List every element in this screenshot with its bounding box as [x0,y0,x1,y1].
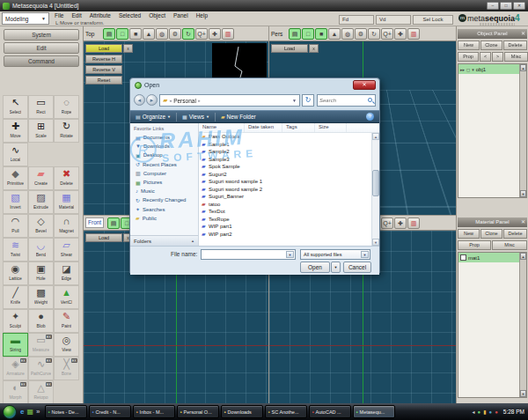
forward-button[interactable]: ► [146,94,158,106]
object-panel-button[interactable]: Delete [503,41,527,50]
window-control-button[interactable]: ✕ [513,2,525,10]
taskbar-button[interactable]: ▪ AutoCAD ... [309,405,351,418]
close-icon[interactable]: ✕ [521,217,525,227]
favorite-link[interactable]: ✦ Searches [130,205,198,214]
tool-button[interactable]: ◌ Rope [54,95,79,119]
bg-option-button[interactable]: Reverse V [85,65,122,74]
viewport-tool-button[interactable]: ▥ [407,217,420,229]
favorite-link[interactable]: ▼ Downloads [130,142,198,151]
open-split-button[interactable]: ▼ [331,262,341,273]
quick-launch-icon[interactable]: » [36,408,40,416]
menu-item[interactable]: Selected [119,12,141,18]
column-header-size[interactable]: Size [315,123,347,132]
tool-button[interactable]: ▲ VertCl [54,285,79,309]
viewport-label-front[interactable]: Front [85,217,104,228]
window-control-button[interactable]: – [487,2,499,10]
tool-button[interactable]: ↖ Select [3,95,28,119]
taskbar-button[interactable]: ▪ Notes - De... [45,405,87,418]
viewport-tool-button[interactable]: ◍ [156,28,168,40]
close-bg-button[interactable]: x [309,44,319,53]
viewport-tool-button[interactable]: ▤ [103,28,115,40]
tool-button[interactable]: ╳ Bone EX [54,357,79,380]
breadcrumb-folder[interactable]: Personal [173,98,196,104]
material-panel-button[interactable]: Clone [480,229,502,239]
close-bg-button[interactable]: x [123,44,133,53]
file-row[interactable]: ▰ Sample3 [199,156,371,164]
load-button[interactable]: Load [85,233,122,242]
sel-lock-button[interactable]: Sel Lock [413,15,453,25]
search-box[interactable] [317,94,376,107]
menu-item[interactable]: Panel [173,12,188,18]
tool-button[interactable]: ✎ Paint [54,309,79,333]
tool-button[interactable]: ▧ Invert [3,190,28,214]
vd-field[interactable]: Vd [376,15,411,25]
column-header-name[interactable]: Name [199,123,245,132]
tool-button[interactable]: ✦ Sculpt [3,309,28,333]
tool-button[interactable]: ◡ Bend [28,238,54,262]
file-row[interactable]: ▰ Sample2 [199,148,371,156]
favorite-link[interactable]: ▣ Desktop [130,151,198,159]
viewport-tool-button[interactable]: ▥ [222,28,234,40]
tool-button[interactable]: ▨ Extrude [28,190,54,214]
quick-launch-icon[interactable]: ▦ [26,408,33,416]
window-control-button[interactable]: □ [500,2,512,10]
tray-icon[interactable]: ◂ [473,409,475,415]
menu-item[interactable]: Help [196,12,208,18]
taskbar-button[interactable]: ▪ Credit - N... [89,405,131,418]
scroll-down-icon[interactable]: ▼ [520,190,526,197]
new-folder-button[interactable]: ▰ New Folder [221,114,256,120]
scroll-down-icon[interactable]: ▼ [372,239,379,246]
favorite-link[interactable]: ▰ Public [130,214,198,223]
tool-button[interactable]: ◉ Lattice [3,262,28,285]
file-row[interactable]: ▰ Suguri2 [199,171,371,179]
viewport-tool-button[interactable]: ↻ [368,28,380,40]
views-button[interactable]: ▦ Views ▼ [182,114,209,120]
dialog-close-button[interactable]: ✕ [353,80,376,90]
menu-item[interactable]: Edit [71,12,81,18]
viewport-tool-button[interactable]: □ [302,28,314,40]
tool-button[interactable]: ▣ Hole [28,262,54,285]
lock-checkbox[interactable]: ◻ [466,67,470,72]
viewport-tool-button[interactable]: ↻ [182,28,194,40]
scroll-up-icon[interactable]: ▲ [520,253,526,260]
tool-button[interactable]: ● Blob [28,309,54,333]
load-button[interactable]: Load [271,44,308,53]
load-button[interactable]: Load [85,44,122,53]
viewport-tool-button[interactable]: ■ [315,28,327,40]
menu-item[interactable]: Object [149,12,165,18]
tool-button[interactable]: ◎ View [54,333,79,357]
file-row[interactable]: ▰ Spok Sample [199,163,371,171]
tool-button[interactable]: ◪ Edge [54,262,79,285]
object-panel-button[interactable]: Clone [480,41,502,50]
favorite-link[interactable]: ▤ Documents [130,133,198,142]
file-name-combo[interactable]: ▼ [201,249,296,260]
column-header-date[interactable]: Date taken [245,123,282,132]
file-row[interactable]: ▰ Suguri sword sample 1 [199,178,371,186]
viewport-tool-button[interactable]: ▤ [289,28,301,40]
tool-button[interactable]: ▭ Rect [28,95,54,119]
viewport-tool-button[interactable]: ✚ [394,217,407,229]
viewport-tool-button[interactable]: ✚ [209,28,221,40]
mode-selector[interactable]: Modeling ▼ [2,12,49,25]
visibility-icon[interactable]: ▸▸ [460,67,465,72]
scrollbar-thumb[interactable] [372,170,379,196]
object-list-scrollbar[interactable]: ▲ ▼ [519,64,526,197]
viewport-label-top[interactable]: Top [85,31,99,37]
tool-button[interactable]: ▰ Create [28,166,54,190]
command-header[interactable]: Command [4,55,79,67]
tray-icon[interactable]: ● [489,409,493,415]
tool-button[interactable]: ╱ Knife [3,285,28,309]
tool-button[interactable]: ↻ Rotate [54,119,79,143]
viewport-tool-button[interactable]: ◍ [341,28,354,40]
tool-button[interactable]: ∿ PathCurve EX [28,357,54,380]
close-icon[interactable]: ✕ [521,29,525,39]
favorite-link[interactable]: ♪ Music [130,187,198,195]
bg-option-button[interactable]: Reset [85,76,122,85]
help-icon[interactable]: ? [366,113,374,121]
chevron-down-icon[interactable]: ▼ [361,251,369,258]
chevron-down-icon[interactable]: ▼ [286,251,294,258]
quick-launch-icon[interactable]: e [20,408,24,416]
chevron-down-icon[interactable]: ▾ [472,67,474,72]
tool-button[interactable]: ◐ Morph EX [3,380,28,404]
viewport-tool-button[interactable]: ■ [129,28,142,40]
